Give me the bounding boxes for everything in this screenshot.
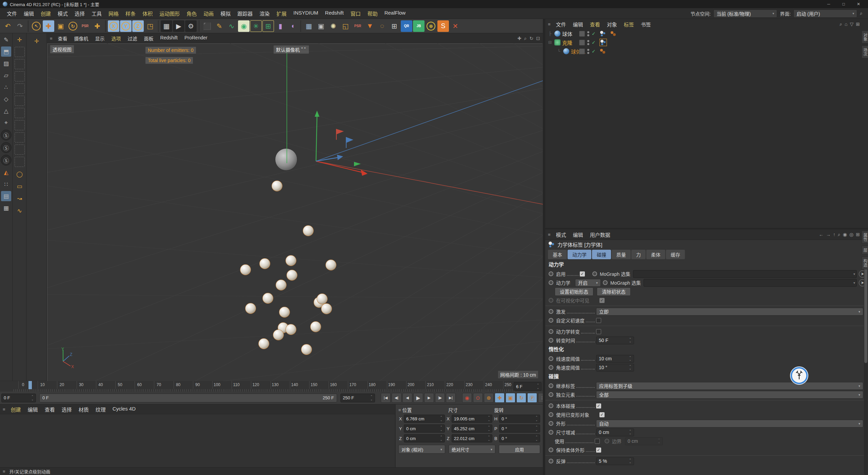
menu-选择[interactable]: 选择	[71, 10, 88, 17]
anim-dot-icon[interactable]	[549, 318, 553, 323]
clone-sphere[interactable]	[258, 338, 269, 349]
viewport-menu-Redshift[interactable]: Redshift	[157, 35, 181, 42]
menu-窗口[interactable]: 窗口	[347, 10, 364, 17]
menu-模式[interactable]: 模式	[54, 10, 71, 17]
size-field[interactable]: 19.005 cm⌃⌄	[452, 415, 493, 423]
timeline-playhead[interactable]	[28, 381, 32, 389]
minimize-button[interactable]: ─	[822, 1, 835, 7]
am-menu-模式[interactable]: 模式	[553, 231, 570, 238]
visible-in-viz-checkbox[interactable]: ✓	[599, 298, 605, 303]
object-name[interactable]: 克隆	[562, 39, 572, 46]
camera-object[interactable]: ▣	[315, 20, 327, 32]
enabled-check-icon[interactable]: ✓	[592, 31, 596, 36]
rectangle-select-tool[interactable]: ▭	[15, 181, 25, 191]
menu-INSYDIUM[interactable]: INSYDIUM	[290, 10, 321, 17]
om-menu-标签[interactable]: 标签	[620, 21, 637, 28]
viewport-menu-面板[interactable]: 面板	[141, 35, 157, 42]
anim-dot-icon[interactable]	[549, 329, 553, 334]
use-deformed-checkbox[interactable]: ✓	[599, 412, 605, 417]
visibility-dots[interactable]	[587, 49, 589, 54]
visibility-dots[interactable]	[587, 40, 589, 45]
play-button[interactable]: ▶	[413, 393, 423, 403]
empty-slot[interactable]	[15, 83, 25, 94]
qr-badge[interactable]: QR	[401, 20, 412, 32]
om-filter-icon[interactable]: ▽	[850, 21, 853, 27]
side-tab-层[interactable]: 层	[862, 246, 868, 254]
object-row[interactable]: ├球体✓	[545, 29, 868, 38]
subdivision-surface-object[interactable]: ◉	[238, 20, 250, 32]
range-end-field[interactable]: 250 F⌃⌄	[340, 394, 375, 402]
trigger-select[interactable]: 立即▾	[596, 308, 863, 316]
record-parameter-toggle[interactable]: Ⓟ	[527, 393, 537, 403]
record-scale-toggle[interactable]: ▣	[506, 393, 515, 403]
array-icon[interactable]: ⊞	[389, 20, 400, 32]
interface-select[interactable]: 启动 (用户) ▾	[793, 10, 857, 18]
empty-slot[interactable]	[15, 71, 25, 81]
xp-target-icon[interactable]: ⊕	[425, 20, 437, 32]
menu-动画[interactable]: 动画	[200, 10, 217, 17]
render-view-button[interactable]: ▦	[161, 20, 172, 32]
psr-keys-icon[interactable]: PSR	[79, 20, 91, 32]
clone-sphere[interactable]	[272, 180, 282, 191]
tab-动力学[interactable]: 动力学	[568, 250, 591, 259]
margin-field[interactable]: 0 cm⌃⌄	[596, 429, 634, 436]
clone-sphere[interactable]	[326, 260, 336, 270]
anim-dot-icon[interactable]	[549, 430, 553, 435]
transition-checkbox[interactable]	[596, 329, 601, 334]
am-menu-编辑[interactable]: 编辑	[570, 231, 587, 238]
empty-slot[interactable]	[15, 59, 25, 69]
om-home-icon[interactable]: ⌂	[845, 21, 847, 27]
live-select-small[interactable]: ✛	[15, 35, 25, 45]
spinner-icon[interactable]: ⌃⌄	[537, 383, 539, 390]
lock-z-axis[interactable]: Z	[132, 20, 144, 32]
move-tool[interactable]: ✚	[43, 20, 54, 32]
circle-select-tool[interactable]: ◯	[15, 169, 25, 179]
clone-sphere[interactable]	[259, 258, 270, 269]
clone-sphere[interactable]	[285, 324, 296, 335]
side-tab-场次[interactable]: 场次	[862, 45, 868, 58]
tab-基本[interactable]: 基本	[548, 250, 567, 259]
polygons-mode[interactable]: △	[1, 106, 11, 116]
quantize-toggle[interactable]: Ⓢ	[1, 142, 12, 153]
dynamics-selected-tag[interactable]	[599, 39, 607, 46]
sphere-object[interactable]	[275, 148, 297, 171]
om-menu-查看[interactable]: 查看	[587, 21, 604, 28]
anim-dot-icon[interactable]	[549, 459, 553, 463]
size-field[interactable]: 45.252 cm⌃⌄	[452, 424, 493, 433]
keyframe-selection-button[interactable]: ⊛	[484, 393, 494, 403]
om-search-icon[interactable]: ⌕	[840, 21, 842, 27]
keep-soft-shape-checkbox[interactable]: ✓	[596, 448, 601, 453]
side-tab-对象[interactable]: 对象	[862, 31, 868, 43]
tab-力[interactable]: 力	[631, 250, 646, 259]
am-search-icon[interactable]: ⌕	[838, 232, 841, 238]
menu-创建[interactable]: 创建	[37, 10, 54, 17]
workplane-snap-toggle[interactable]: Ⓢ	[1, 155, 12, 166]
menu-模拟[interactable]: 模拟	[217, 10, 234, 17]
record-rotation-toggle[interactable]: ↻	[516, 393, 526, 403]
view-zoom-icon[interactable]: ⌕	[524, 36, 527, 41]
om-menu-对象[interactable]: 对象	[604, 21, 620, 28]
shape-select[interactable]: 自动▾	[596, 420, 863, 428]
sketch-badge[interactable]: S	[437, 20, 449, 32]
spline-smooth-tool[interactable]: ∿	[226, 20, 237, 32]
coords-mode-select[interactable]: 对象 (相对)▾	[398, 445, 445, 454]
phong-tag[interactable]	[610, 30, 617, 37]
anim-dot-icon[interactable]	[549, 280, 553, 285]
om-menu-icon[interactable]: ≡	[548, 22, 551, 27]
light-object[interactable]: ✺	[328, 20, 339, 32]
dynamics-tag[interactable]	[599, 30, 606, 37]
clone-sphere[interactable]	[321, 303, 332, 314]
next-key-button[interactable]: |▶	[435, 393, 445, 403]
coordinate-system[interactable]: ◳	[144, 20, 156, 32]
anim-dot-icon[interactable]	[549, 412, 553, 417]
edges-mode[interactable]: ◇	[1, 94, 11, 104]
clone-sphere[interactable]	[310, 321, 321, 332]
view-label[interactable]: 透视视图	[50, 45, 74, 53]
self-collision-checkbox[interactable]: ✓	[596, 403, 601, 408]
rotate-tool[interactable]: ↻	[67, 20, 79, 32]
set-initial-state-button[interactable]: 设置初始形态	[555, 287, 593, 296]
anim-dot-icon[interactable]	[549, 365, 553, 370]
timeline-ruler[interactable]: 6 F⌃⌄ 0102030405060708090100110120130140…	[0, 381, 543, 392]
position-field[interactable]: 6.769 cm⌃⌄	[404, 415, 445, 423]
anim-dot-icon[interactable]	[549, 338, 553, 343]
